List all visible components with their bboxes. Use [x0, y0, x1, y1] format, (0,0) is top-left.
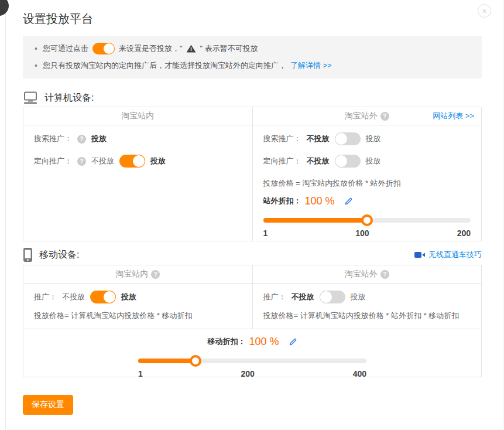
offsite-discount-slider [263, 214, 471, 226]
scale-min: 1 [138, 369, 143, 378]
insite-target-toggle[interactable] [119, 155, 145, 168]
mobile-section-label: 移动设备: [39, 249, 79, 261]
page-title: 设置投放平台 [23, 12, 486, 26]
computer-insite-cell: 搜索推广： ? 投放 定向推广： ? 不投放 投放 [23, 125, 252, 241]
computer-section-title: 计算机设备: [23, 91, 94, 104]
video-icon [414, 251, 426, 258]
computer-in-header: 淘宝站内 [23, 107, 252, 125]
mobile-section-header: 移动设备: 无线直通车技巧 [23, 247, 482, 262]
demo-toggle [92, 43, 115, 54]
mobile-slider-wrap: 1 200 400 [138, 355, 366, 378]
help-icon[interactable]: ? [77, 157, 86, 166]
toggle-knob [335, 155, 347, 167]
mobile-insite-cell: 推广： 不投放 投放 投放价格= 计算机淘宝站内投放价格 * 移动折扣 [23, 284, 252, 329]
help-icon[interactable]: ? [380, 270, 389, 279]
offsite-search-on: 投放 [366, 134, 381, 144]
mobile-offsite-cell: 推广： 不投放 投放 投放价格= 计算机淘宝站内投放价格 * 站外折扣 * 移动… [252, 284, 482, 329]
computer-table: 淘宝站内 淘宝站外 ? 网站列表 >> 搜索推广： ? 投放 [23, 107, 482, 241]
offsite-target-toggle[interactable] [335, 155, 361, 168]
mobile-out-header-label: 淘宝站外 [345, 269, 378, 279]
computer-icon [23, 91, 38, 104]
toggle-knob [104, 43, 114, 54]
bullet-icon: • [35, 43, 37, 54]
mobile-insite-label: 推广： [34, 292, 57, 302]
offsite-discount-label: 站外折扣： [263, 196, 301, 206]
bullet-icon: • [35, 60, 37, 71]
note2-text: 您只有投放淘宝站内的定向推广后，才能选择投放淘宝站外的定向推广， [43, 60, 286, 71]
slider-handle[interactable] [361, 214, 373, 226]
slider-handle[interactable] [190, 355, 201, 367]
offsite-slider-scale: 1 100 200 [263, 228, 471, 238]
site-list-link[interactable]: 网站列表 >> [433, 111, 474, 121]
wireless-tips-link[interactable]: 无线直通车技巧 [414, 250, 482, 260]
scale-mid: 100 [355, 228, 369, 238]
slider-fill [138, 359, 196, 363]
notes-box: • 您可通过点击 来设置是否投放，" ! " 表示暂不可投放 • 您只有投放淘宝… [23, 36, 482, 79]
note-line-1: • 您可通过点击 来设置是否投放，" ! " 表示暂不可投放 [35, 43, 470, 54]
mobile-offsite-on: 投放 [351, 292, 366, 302]
note1-post: " 表示暂不可投放 [200, 43, 258, 54]
mobile-insite-toggle[interactable] [90, 291, 116, 303]
computer-table-body: 搜索推广： ? 投放 定向推广： ? 不投放 投放 搜索推广： [23, 125, 481, 241]
mobile-table-header: 淘宝站内 ? 淘宝站外 ? [23, 265, 481, 284]
mobile-insite-on: 投放 [121, 292, 136, 302]
offsite-discount-value: 100 % [305, 195, 335, 207]
computer-offsite-cell: 搜索推广： 不投放 投放 定向推广： 不投放 投放 投放价格 = 淘宝站内投放价… [252, 125, 482, 241]
note1-mid: 来设置是否投放，" [119, 43, 183, 54]
close-icon[interactable]: × [478, 4, 491, 18]
help-icon[interactable]: ? [380, 112, 389, 121]
computer-section-label: 计算机设备: [44, 92, 94, 104]
slider-fill [263, 218, 367, 223]
computer-section-header: 计算机设备: [23, 91, 482, 104]
help-icon[interactable]: ? [151, 270, 160, 279]
toggle-knob [133, 155, 145, 167]
scale-min: 1 [263, 228, 268, 238]
offsite-search-label: 搜索推广： [263, 134, 301, 144]
offsite-target-label: 定向推广： [263, 156, 301, 166]
mobile-discount-value: 100 % [249, 336, 279, 348]
offsite-search-toggle[interactable] [335, 132, 361, 145]
computer-out-header-label: 淘宝站外 [345, 111, 378, 121]
offsite-price-formula: 投放价格 = 淘宝站内投放价格 * 站外折扣 [263, 178, 471, 189]
offsite-discount-row: 站外折扣： 100 % [263, 193, 471, 209]
mobile-discount-label: 移动折扣： [207, 336, 245, 347]
mobile-discount-line: 移动折扣： 100 % [23, 334, 481, 349]
mobile-table: 淘宝站内 ? 淘宝站外 ? 推广： 不投放 投放 投放价格= 计算机淘宝站内投 [23, 265, 482, 377]
offsite-target-row: 定向推广： 不投放 投放 [263, 152, 471, 170]
mobile-offsite-label: 推广： [263, 292, 286, 302]
insite-search-label: 搜索推广： [34, 134, 72, 144]
toggle-knob [320, 291, 332, 303]
mobile-discount-slider [138, 355, 366, 367]
insite-target-off: 不投放 [91, 156, 114, 166]
mobile-slider-scale: 1 200 400 [138, 369, 366, 378]
note-line-2: • 您只有投放淘宝站内的定向推广后，才能选择投放淘宝站外的定向推广， 了解详情 … [35, 60, 470, 71]
mobile-out-header: 淘宝站外 ? [252, 265, 482, 283]
offsite-search-off: 不投放 [307, 134, 330, 144]
learn-more-link[interactable]: 了解详情 >> [290, 60, 332, 71]
help-icon[interactable]: ? [77, 135, 86, 144]
insite-search-state: 投放 [91, 134, 107, 144]
insite-target-label: 定向推广： [34, 156, 72, 166]
mobile-table-body: 推广： 不投放 投放 投放价格= 计算机淘宝站内投放价格 * 移动折扣 推广： … [23, 284, 481, 329]
offsite-target-on: 投放 [366, 156, 381, 166]
mobile-in-header-label: 淘宝站内 [115, 269, 148, 279]
mobile-insite-row: 推广： 不投放 投放 [34, 288, 242, 306]
mobile-offsite-off: 不投放 [292, 292, 314, 302]
warning-icon: ! [187, 45, 196, 53]
edit-icon[interactable] [289, 337, 297, 346]
scale-max: 400 [353, 369, 366, 378]
wireless-tips-label: 无线直通车技巧 [428, 250, 482, 260]
scale-max: 200 [457, 228, 471, 238]
mobile-section-title: 移动设备: [23, 247, 79, 262]
edit-icon[interactable] [344, 197, 353, 206]
mobile-offsite-toggle[interactable] [320, 291, 345, 303]
offsite-search-row: 搜索推广： 不投放 投放 [263, 130, 471, 148]
dialog-content: 设置投放平台 • 您可通过点击 来设置是否投放，" ! " 表示暂不可投放 • … [6, 0, 503, 415]
note1-pre: 您可通过点击 [43, 43, 88, 54]
mobile-offsite-formula: 投放价格= 计算机淘宝站内投放价格 * 站外折扣 * 移动折扣 [263, 310, 471, 321]
insite-target-row: 定向推广： ? 不投放 投放 [34, 152, 242, 170]
computer-out-header: 淘宝站外 ? 网站列表 >> [252, 107, 482, 125]
save-button[interactable]: 保存设置 [23, 395, 73, 415]
mobile-icon [23, 247, 33, 262]
mobile-discount-row: 移动折扣： 100 % 1 [23, 329, 481, 377]
